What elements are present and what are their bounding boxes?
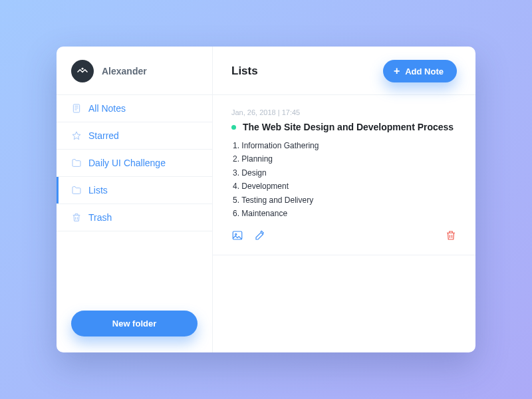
note-date: Jan, 26, 2018	[231, 108, 276, 116]
note-actions	[231, 229, 457, 241]
note-body-line: 6. Maintenance	[233, 207, 457, 220]
image-icon[interactable]	[231, 229, 243, 241]
sidebar-item-trash[interactable]: Trash	[57, 204, 212, 231]
sidebar-item-daily-ui-challenge[interactable]: Daily UI Challenge	[57, 150, 212, 177]
app-window: Alexander All Notes Starred Daily UI Cha…	[57, 47, 475, 352]
note-icon	[71, 103, 82, 114]
main-panel: Lists + Add Note Jan, 26, 2018 | 17:45 T…	[213, 47, 475, 352]
note-body-line: 2. Planning	[233, 152, 457, 166]
sidebar: Alexander All Notes Starred Daily UI Cha…	[57, 47, 213, 352]
avatar-logo-icon	[76, 65, 88, 77]
sidebar-item-label: Trash	[88, 212, 112, 223]
note-title-row: The Web Site Design and Development Proc…	[231, 122, 457, 132]
nav-list: All Notes Starred Daily UI Challenge Lis…	[57, 94, 212, 231]
new-folder-button[interactable]: New folder	[71, 311, 198, 336]
plus-icon: +	[394, 66, 400, 76]
sidebar-item-label: Starred	[88, 130, 119, 141]
delete-icon[interactable]	[445, 229, 457, 241]
svg-point-0	[82, 68, 84, 70]
sidebar-item-starred[interactable]: Starred	[57, 122, 212, 150]
note-meta: Jan, 26, 2018 | 17:45	[231, 108, 457, 116]
note-body-line: 1. Information Gathering	[233, 139, 457, 152]
star-icon	[71, 130, 82, 141]
sidebar-item-label: All Notes	[88, 103, 126, 114]
user-profile[interactable]: Alexander	[57, 47, 212, 94]
sidebar-item-label: Lists	[88, 185, 108, 196]
trash-icon	[71, 212, 82, 223]
note-card[interactable]: Jan, 26, 2018 | 17:45 The Web Site Desig…	[213, 95, 475, 255]
svg-rect-1	[73, 104, 79, 112]
svg-marker-2	[72, 132, 80, 140]
folder-icon	[71, 158, 82, 168]
status-dot	[231, 125, 236, 130]
note-time: 17:45	[282, 108, 301, 116]
add-note-button[interactable]: + Add Note	[383, 60, 457, 82]
sidebar-item-all-notes[interactable]: All Notes	[57, 95, 212, 122]
note-title: The Web Site Design and Development Proc…	[243, 122, 454, 132]
note-body-line: 5. Testing and Delivery	[233, 194, 457, 207]
user-name: Alexander	[102, 66, 147, 76]
note-body: 1. Information Gathering 2. Planning 3. …	[233, 139, 457, 220]
main-header: Lists + Add Note	[213, 47, 475, 95]
svg-point-4	[235, 234, 237, 235]
add-note-label: Add Note	[405, 66, 444, 76]
new-folder-wrap: New folder	[57, 311, 212, 352]
page-title: Lists	[231, 65, 258, 78]
avatar	[71, 60, 94, 82]
note-body-line: 3. Design	[233, 166, 457, 180]
sidebar-item-label: Daily UI Challenge	[88, 158, 166, 168]
edit-icon[interactable]	[254, 229, 266, 241]
note-body-line: 4. Development	[233, 180, 457, 193]
sidebar-item-lists[interactable]: Lists	[57, 177, 212, 204]
meta-separator: |	[276, 108, 282, 116]
folder-icon	[71, 185, 82, 196]
spacer	[57, 231, 212, 311]
